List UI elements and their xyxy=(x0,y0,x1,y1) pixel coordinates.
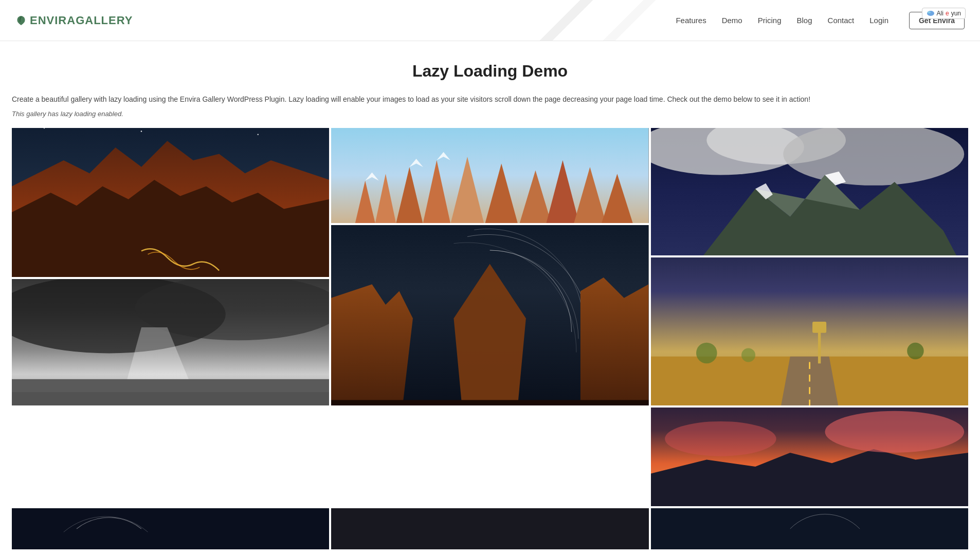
nav-contact[interactable]: Contact xyxy=(828,16,855,25)
main-content: Lazy Loading Demo Create a beautiful gal… xyxy=(2,41,978,555)
gallery-image-1 xyxy=(12,128,329,277)
nav-login[interactable]: Login xyxy=(869,16,888,25)
logo-text-colored: ENVIRA xyxy=(30,14,76,27)
svg-rect-56 xyxy=(331,508,648,549)
svg-marker-30 xyxy=(331,285,413,406)
gallery-image-7 xyxy=(651,408,968,506)
svg-point-50 xyxy=(741,348,755,362)
page-title: Lazy Loading Demo xyxy=(12,62,968,81)
alieyun-e-text: e xyxy=(946,10,949,17)
svg-rect-57 xyxy=(651,508,968,549)
logo-leaf-icon xyxy=(15,15,27,26)
nav-pricing[interactable]: Pricing xyxy=(758,16,782,25)
svg-rect-14 xyxy=(12,392,329,405)
alieyun-badge: Alieyun xyxy=(922,8,966,19)
gallery-item-3[interactable] xyxy=(651,128,968,255)
nav-features[interactable]: Features xyxy=(676,16,706,25)
alieyun-logo-icon xyxy=(927,10,935,17)
lazy-loading-note: This gallery has lazy loading enabled. xyxy=(12,110,968,118)
gallery-item-5[interactable] xyxy=(12,279,329,405)
site-header: ENVIRAGALLERY Features Demo Pricing Blog… xyxy=(0,0,980,41)
nav-blog[interactable]: Blog xyxy=(797,16,812,25)
gallery-item-8-placeholder[interactable] xyxy=(12,508,329,549)
gallery-image-4 xyxy=(651,257,968,405)
gallery-column-center xyxy=(331,128,648,506)
gallery-column-left xyxy=(12,128,329,506)
gallery-item-6[interactable] xyxy=(331,225,648,405)
gallery-item-4[interactable] xyxy=(651,257,968,405)
gallery-image-5 xyxy=(12,279,329,405)
gallery-bottom-row xyxy=(12,508,968,549)
gallery-item-9-placeholder[interactable] xyxy=(331,508,648,549)
svg-marker-31 xyxy=(580,278,648,405)
page-description: Create a beautiful gallery with lazy loa… xyxy=(12,94,968,105)
svg-point-53 xyxy=(825,411,964,453)
svg-point-59 xyxy=(928,11,931,13)
gallery-column-right xyxy=(651,128,968,506)
svg-rect-33 xyxy=(331,400,648,406)
gallery-item-2[interactable] xyxy=(331,128,648,223)
svg-rect-46 xyxy=(818,329,821,364)
nav-demo[interactable]: Demo xyxy=(722,16,742,25)
gallery-image-3 xyxy=(651,128,968,255)
gallery-item-1[interactable] xyxy=(12,128,329,277)
gallery-image-6 xyxy=(331,225,648,405)
alieyun-yun-text: yun xyxy=(951,10,961,17)
gallery-image-2 xyxy=(331,128,648,223)
alieyun-text: Ali xyxy=(937,10,943,17)
logo[interactable]: ENVIRAGALLERY xyxy=(15,14,133,27)
svg-point-5 xyxy=(141,131,142,133)
svg-point-7 xyxy=(257,134,259,136)
logo-text: ENVIRAGALLERY xyxy=(30,14,133,27)
main-nav: Features Demo Pricing Blog Contact Login… xyxy=(676,12,965,29)
svg-rect-47 xyxy=(812,322,826,333)
gallery-item-7[interactable] xyxy=(651,408,968,506)
svg-point-54 xyxy=(665,421,776,456)
svg-rect-55 xyxy=(12,508,329,549)
svg-point-49 xyxy=(907,343,923,359)
gallery-grid xyxy=(12,128,968,506)
gallery-item-10-placeholder[interactable] xyxy=(651,508,968,549)
svg-point-48 xyxy=(696,343,717,364)
